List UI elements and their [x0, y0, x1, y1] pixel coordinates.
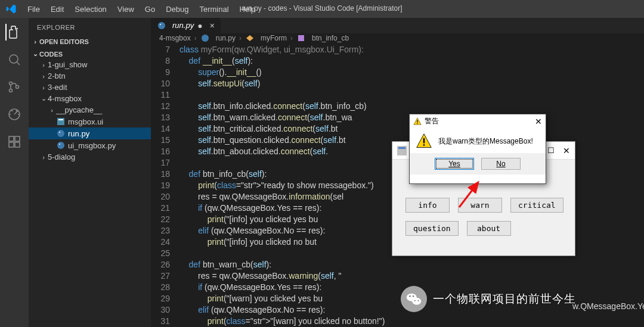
tree-item-msgbox-ui[interactable]: msgbox.ui — [29, 116, 151, 127]
yes-label: Yes — [448, 160, 460, 168]
svg-rect-8 — [15, 136, 20, 141]
tree-item-4-msgbox[interactable]: ⌄4-msgbox — [29, 93, 151, 104]
msgbox-close-icon[interactable]: ✕ — [535, 117, 542, 126]
svg-point-1 — [10, 82, 13, 85]
tree-label: run.py — [68, 129, 89, 138]
svg-rect-7 — [15, 142, 20, 147]
svg-point-16 — [160, 24, 161, 25]
msgbox-titlebar[interactable]: 警告 ✕ — [410, 114, 546, 128]
menu-go[interactable]: Go — [140, 2, 160, 16]
svg-rect-6 — [9, 142, 14, 147]
tree-label: 5-dialog — [48, 152, 75, 161]
peek-line: w.QMessageBox.Ye — [572, 301, 644, 312]
tree-item-run-py[interactable]: run.py — [29, 127, 151, 139]
chevron-right-icon: › — [31, 38, 39, 45]
tree-item-2-btn[interactable]: ›2-btn — [29, 70, 151, 82]
chevron-icon: › — [48, 107, 56, 114]
explorer-title: EXPLORER — [29, 18, 151, 36]
no-button[interactable]: No — [481, 158, 521, 170]
tab-modified-icon: ● — [197, 21, 202, 30]
main-menu: File Edit Selection View Go Debug Termin… — [23, 2, 260, 16]
file-tree: ›1-gui_show›2-btn›3-edit⌄4-msgbox›__pyca… — [29, 59, 151, 163]
critical-button[interactable]: critical — [510, 198, 564, 213]
warn-button[interactable]: warn — [458, 198, 502, 213]
warning-small-icon — [413, 117, 422, 126]
menu-terminal[interactable]: Terminal — [194, 2, 233, 16]
close-icon[interactable]: ✕ — [563, 146, 570, 155]
line-numbers: 7891011121314151617181920212223242526272… — [151, 43, 179, 327]
method-icon — [296, 33, 306, 43]
svg-point-11 — [57, 130, 64, 137]
tabs-bar: run.py ● × — [151, 18, 644, 33]
about-button[interactable]: about — [467, 221, 511, 236]
chevron-icon: › — [39, 154, 48, 161]
workspace-label: CODES — [39, 51, 63, 58]
maximize-icon[interactable]: ☐ — [547, 146, 555, 155]
menu-file[interactable]: File — [23, 2, 45, 16]
tree-item-5-dialog[interactable]: ›5-dialog — [29, 151, 151, 163]
tab-run-py[interactable]: run.py ● × — [151, 18, 221, 33]
python-file-icon — [157, 21, 166, 30]
menu-edit[interactable]: Edit — [46, 2, 69, 16]
workspace-section[interactable]: ⌄CODES — [29, 49, 151, 59]
msgbox-title: 警告 — [425, 116, 439, 126]
info-button[interactable]: info — [405, 198, 450, 213]
svg-rect-24 — [423, 144, 425, 145]
svg-rect-21 — [417, 120, 417, 122]
tree-item-ui-msgbox-py[interactable]: ui_msgbox.py — [29, 139, 151, 151]
python-file-icon — [200, 33, 210, 43]
menu-selection[interactable]: Selection — [70, 2, 111, 16]
chevron-icon: ⌄ — [39, 95, 48, 102]
breadcrumb[interactable]: 4-msgbox› run.py› myForm› btn_info_cb — [151, 33, 644, 43]
svg-point-12 — [59, 132, 60, 133]
tree-item-3-edit[interactable]: ›3-edit — [29, 82, 151, 93]
svg-rect-9 — [57, 118, 64, 125]
breadcrumb-item[interactable]: 4-msgbox — [159, 34, 191, 42]
svg-point-3 — [16, 86, 19, 89]
tree-label: __pycache__ — [56, 105, 102, 114]
tree-item---pycache--[interactable]: ›__pycache__ — [29, 104, 151, 116]
tree-label: 3-edit — [48, 83, 67, 92]
menu-view[interactable]: View — [113, 2, 139, 16]
form-app-icon — [397, 146, 407, 155]
breadcrumb-item[interactable]: btn_info_cb — [312, 34, 349, 42]
code-overflow-right: w.QMessageBox.Ye essageBox.Yes | — [572, 108, 644, 327]
activity-explorer-icon[interactable] — [5, 24, 22, 41]
svg-rect-10 — [58, 119, 63, 120]
svg-point-15 — [158, 22, 165, 29]
activity-debug-icon[interactable] — [6, 106, 23, 123]
breadcrumb-item[interactable]: run.py — [216, 34, 236, 42]
tab-label: run.py — [172, 21, 194, 30]
svg-point-13 — [57, 142, 64, 149]
open-editors-label: OPEN EDITORS — [39, 38, 89, 45]
activity-search-icon[interactable] — [6, 51, 23, 68]
activity-git-icon[interactable] — [6, 79, 23, 95]
tree-label: msgbox.ui — [68, 117, 103, 126]
breadcrumb-item[interactable]: myForm — [261, 34, 287, 42]
svg-point-2 — [10, 89, 13, 92]
tree-label: ui_msgbox.py — [68, 141, 116, 150]
warning-messagebox[interactable]: 警告 ✕ 我是warn类型的MessageBox! Yes No — [409, 114, 546, 184]
title-bar: File Edit Selection View Go Debug Termin… — [0, 0, 644, 18]
activity-bar — [0, 18, 29, 327]
svg-rect-20 — [398, 147, 405, 149]
svg-rect-23 — [423, 138, 425, 144]
window-title: run.py - codes - Visual Studio Code [Adm… — [242, 4, 402, 13]
warning-icon — [416, 133, 432, 150]
menu-debug[interactable]: Debug — [161, 2, 193, 16]
chevron-icon: › — [39, 73, 48, 80]
tree-item-1-gui-show[interactable]: ›1-gui_show — [29, 59, 151, 70]
open-editors-section[interactable]: ›OPEN EDITORS — [29, 37, 151, 46]
chevron-icon: › — [39, 84, 48, 91]
svg-point-0 — [10, 55, 18, 63]
tree-label: 1-gui_show — [48, 60, 88, 69]
yes-button[interactable]: Yes — [435, 158, 474, 170]
question-button[interactable]: question — [405, 221, 459, 236]
explorer-sidebar: EXPLORER ›OPEN EDITORS ⌄CODES ›1-gui_sho… — [29, 18, 151, 327]
activity-extensions-icon[interactable] — [6, 133, 23, 150]
tab-close-icon[interactable]: × — [210, 21, 215, 30]
msgbox-text: 我是warn类型的MessageBox! — [438, 136, 533, 147]
class-icon — [245, 33, 255, 43]
svg-point-17 — [202, 35, 209, 42]
svg-rect-18 — [298, 35, 304, 41]
